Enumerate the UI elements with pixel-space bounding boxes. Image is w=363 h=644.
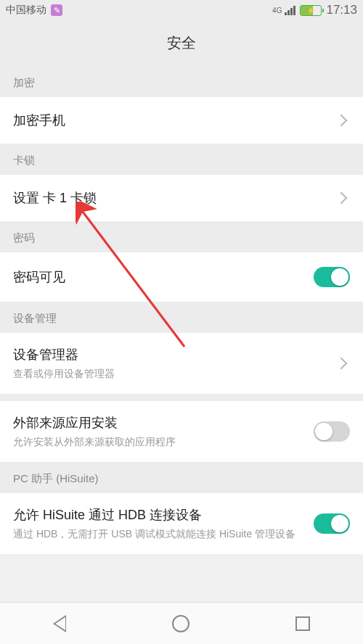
row-title: 加密手机 [13,112,337,129]
app-badge-icon: ✎ [51,4,62,16]
row-encrypt-phone[interactable]: 加密手机 [0,97,363,144]
row-password-visible[interactable]: 密码可见 [0,252,363,302]
navigation-bar [0,602,363,644]
chevron-right-icon [335,115,348,127]
status-bar: 中国移动 ✎ 4G ⚡ 17:13 [0,0,363,20]
row-title: 允许 HiSuite 通过 HDB 连接设备 [13,506,314,524]
row-title: 密码可见 [13,268,314,286]
section-header-password: 密码 [0,221,363,252]
section-header-devicemgmt: 设备管理 [0,302,363,333]
battery-icon: ⚡ [300,5,322,16]
row-subtitle: 查看或停用设备管理器 [13,368,337,381]
chevron-right-icon [335,192,348,205]
row-subtitle: 通过 HDB，无需打开 USB 调试模式就能连接 HiSuite 管理设备 [13,528,314,541]
carrier-label: 中国移动 [6,4,46,17]
section-header-encrypt: 加密 [0,66,363,97]
toggle-hisuite-hdb[interactable] [314,513,350,534]
toggle-unknown-sources[interactable] [314,421,350,442]
row-sim-lock[interactable]: 设置 卡 1 卡锁 [0,175,363,221]
section-header-cardlock: 卡锁 [0,144,363,175]
row-title: 设置 卡 1 卡锁 [13,189,337,207]
chevron-right-icon [335,358,348,370]
nav-recent-button[interactable] [295,616,310,631]
page-title: 安全 [0,20,363,66]
row-device-admins[interactable]: 设备管理器 查看或停用设备管理器 [0,333,363,394]
network-type-label: 4G [272,7,282,15]
row-hisuite-hdb[interactable]: 允许 HiSuite 通过 HDB 连接设备 通过 HDB，无需打开 USB 调… [0,493,363,554]
row-unknown-sources[interactable]: 外部来源应用安装 允许安装从外部来源获取的应用程序 [0,401,363,462]
clock-label: 17:13 [326,3,357,17]
row-title: 设备管理器 [13,346,337,363]
row-subtitle: 允许安装从外部来源获取的应用程序 [13,436,314,449]
toggle-password-visible[interactable] [314,267,350,287]
section-header-pcsuite: PC 助手 (HiSuite) [0,462,363,493]
signal-icon [285,5,295,15]
row-title: 外部来源应用安装 [13,414,314,432]
nav-back-button[interactable] [53,615,66,632]
nav-home-button[interactable] [172,615,189,632]
